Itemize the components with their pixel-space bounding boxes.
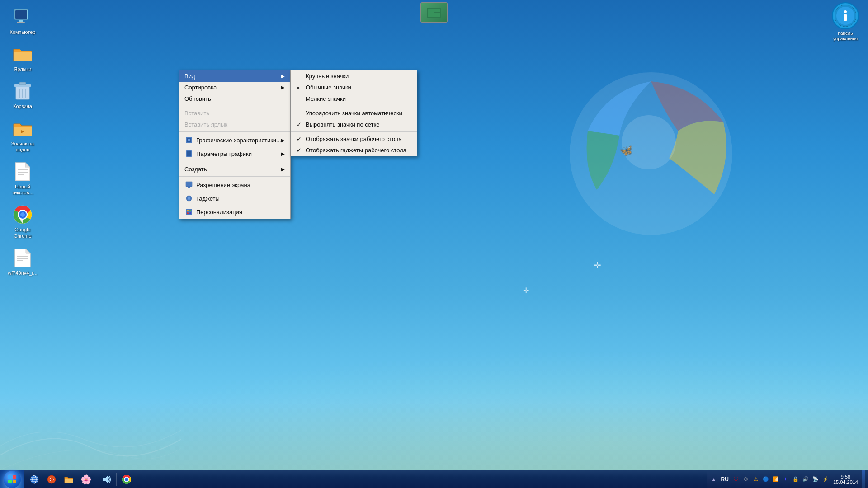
- ground-effect: [0, 402, 868, 470]
- tray-antivirus-icon[interactable]: 🛡: [732, 475, 740, 483]
- menu-separator-3: [179, 162, 290, 162]
- tray-system-icon-3[interactable]: 🔵: [762, 475, 770, 483]
- butterfly-decoration: 🦋: [618, 144, 634, 159]
- menu-item-graphics-props-label: Графические характеристики...: [196, 137, 281, 144]
- tray-system-icon-4[interactable]: 📶: [772, 475, 780, 483]
- submenu-normal-icons[interactable]: ● Обычные значки: [291, 82, 417, 93]
- menu-item-sort-label: Сортировка: [184, 84, 217, 91]
- taskbar: 🌸: [0, 470, 868, 488]
- svg-rect-37: [186, 182, 192, 187]
- desktop-icon-computer[interactable]: Компьютер: [5, 5, 41, 37]
- svg-point-41: [188, 197, 190, 200]
- menu-item-create-label: Создать: [184, 166, 207, 173]
- tray-date: 15.04.2014: [833, 479, 858, 485]
- svg-point-59: [51, 479, 52, 480]
- tray-language[interactable]: RU: [720, 476, 730, 483]
- menu-item-paste[interactable]: Вставить: [179, 108, 290, 119]
- svg-rect-47: [8, 475, 12, 479]
- tray-system-icon-5[interactable]: 🔒: [792, 475, 800, 483]
- start-button[interactable]: [0, 470, 24, 488]
- video-folder-icon: ▶: [12, 118, 33, 140]
- svg-marker-60: [103, 476, 108, 483]
- taskbar-pinned-items: 🌸: [24, 472, 707, 487]
- menu-item-paste-shortcut[interactable]: Вставить ярлык: [179, 119, 290, 130]
- tray-power-icon[interactable]: ⚡: [821, 475, 830, 483]
- svg-rect-42: [186, 209, 192, 215]
- desktop[interactable]: 🦋 ✛ ✛ Компьютер: [0, 0, 868, 488]
- normal-icons-radio: ●: [297, 84, 306, 91]
- menu-item-graphics-props[interactable]: Графические характеристики... ▶: [179, 133, 290, 147]
- taskbar-winamp-button[interactable]: 🌸: [78, 472, 94, 487]
- context-menu-container: Вид ▶ Сортировка ▶ Обновить Вставить Вст…: [179, 70, 291, 219]
- submenu-show-gadgets[interactable]: ✓ Отображать гаджеты рабочего стола: [291, 145, 417, 156]
- chrome-icon: [12, 204, 33, 225]
- submenu-align-grid[interactable]: ✓ Выровнять значки по сетке: [291, 119, 417, 130]
- taskbar-ie-button[interactable]: [26, 472, 42, 487]
- tray-time: 9:58: [841, 474, 850, 479]
- submenu-small-icons[interactable]: Мелкие значки: [291, 93, 417, 104]
- menu-item-screen-resolution[interactable]: Разрешение экрана: [179, 178, 290, 192]
- desktop-icon-video-shortcut[interactable]: ▶ Значок на видео: [5, 116, 41, 155]
- svg-rect-49: [8, 480, 12, 483]
- show-gadgets-check: ✓: [297, 147, 306, 154]
- menu-item-graphics-params-label: Параметры графики: [196, 150, 252, 157]
- menu-item-graphics-params[interactable]: Параметры графики ▶: [179, 147, 290, 160]
- computer-icon: [12, 6, 33, 28]
- desktop-icons-area: Компьютер Ярлыки: [5, 5, 41, 278]
- svg-rect-8: [19, 82, 26, 85]
- taskbar-explorer-button[interactable]: [61, 472, 77, 487]
- submenu-separator-2: [291, 131, 417, 132]
- desktop-icon-new-text[interactable]: Новый текстов...: [5, 159, 41, 197]
- desktop-icon-trash[interactable]: Корзина: [5, 79, 41, 111]
- wf-document-icon: [12, 247, 33, 269]
- svg-rect-39: [187, 188, 191, 188]
- submenu-large-icons[interactable]: Крупные значки: [291, 70, 417, 82]
- tray-clock[interactable]: 9:58 15.04.2014: [831, 474, 860, 485]
- view-arrow: ▶: [281, 74, 285, 79]
- svg-rect-48: [13, 475, 16, 479]
- show-desktop-icons-label: Отображать значки рабочего стола: [306, 136, 402, 142]
- taskbar-media-player-button[interactable]: [43, 472, 60, 487]
- menu-item-gadgets[interactable]: Гаджеты: [179, 192, 290, 205]
- tray-system-icon-1[interactable]: ⚙: [742, 475, 750, 483]
- taskbar-chrome-button[interactable]: [118, 472, 135, 487]
- desktop-icon-shortcuts[interactable]: Ярлыки: [5, 42, 41, 74]
- media-player-icon: [46, 474, 57, 485]
- menu-item-sort[interactable]: Сортировка ▶: [179, 82, 290, 93]
- video-shortcut-label: Значок на видео: [6, 141, 39, 153]
- menu-item-view-label: Вид: [184, 73, 195, 80]
- volume-icon: [101, 474, 112, 485]
- shortcuts-icon-label: Ярлыки: [14, 66, 32, 72]
- tray-expand-button[interactable]: ▲: [710, 475, 718, 483]
- show-gadgets-label: Отображать гаджеты рабочего стола: [306, 147, 406, 154]
- control-panel-img: [832, 2, 859, 29]
- menu-item-view[interactable]: Вид ▶: [179, 70, 290, 82]
- menu-item-create[interactable]: Создать ▶: [179, 164, 290, 175]
- svg-rect-5: [17, 22, 25, 23]
- graphics-props-arrow: ▶: [281, 138, 285, 143]
- taskbar-volume-button[interactable]: [98, 472, 114, 487]
- tray-volume-icon[interactable]: 🔊: [802, 475, 810, 483]
- menu-item-personalization[interactable]: Персонализация: [179, 205, 290, 219]
- tray-system-icon-2[interactable]: ⚠: [752, 475, 760, 483]
- svg-rect-4: [19, 20, 23, 22]
- align-grid-label: Выровнять значки по сетке: [306, 121, 380, 128]
- tray-network-icon[interactable]: 📡: [811, 475, 820, 483]
- svg-point-19: [20, 212, 25, 217]
- desktop-icon-wf-file[interactable]: wf740nv4_r...: [5, 245, 41, 278]
- submenu-auto-arrange[interactable]: Упорядочить значки автоматически: [291, 108, 417, 119]
- explorer-icon: [63, 474, 74, 485]
- svg-rect-26: [434, 13, 440, 17]
- menu-item-refresh[interactable]: Обновить: [179, 93, 290, 104]
- show-desktop-button[interactable]: [862, 470, 865, 488]
- menu-separator-4: [179, 176, 290, 177]
- svg-rect-38: [188, 187, 190, 188]
- menu-separator-2: [179, 131, 290, 132]
- screen-resolution-icon: [184, 180, 193, 189]
- tray-bluetooth-icon[interactable]: ✦: [782, 475, 790, 483]
- submenu-show-desktop-icons[interactable]: ✓ Отображать значки рабочего стола: [291, 133, 417, 145]
- svg-rect-24: [428, 9, 434, 17]
- control-panel-icon[interactable]: панель управления: [827, 2, 863, 42]
- top-taskbar-thumbnail[interactable]: [420, 2, 448, 23]
- desktop-icon-google-chrome[interactable]: Google Chrome: [5, 202, 41, 240]
